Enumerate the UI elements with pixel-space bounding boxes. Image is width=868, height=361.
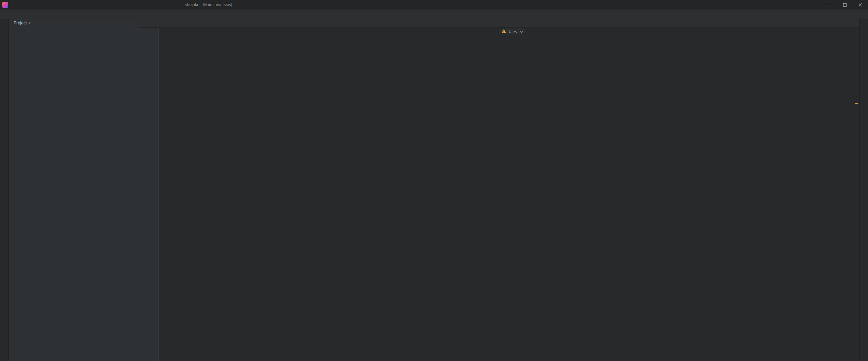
project-panel-title[interactable]: Project <box>14 21 27 25</box>
chevron-down-icon[interactable]: ▾ <box>29 21 31 25</box>
ide-window: shujuku - Main.java [ssw] Project ▾ 1 <box>0 0 868 361</box>
next-problem-button[interactable] <box>519 29 523 34</box>
window-title: shujuku - Main.java [ssw] <box>185 0 232 9</box>
right-margin-guide <box>459 28 459 361</box>
previous-problem-button[interactable] <box>513 29 517 34</box>
warning-stripe-mark[interactable] <box>855 103 858 104</box>
maximize-button[interactable] <box>837 0 852 9</box>
warn-icon <box>501 29 506 33</box>
close-button[interactable] <box>852 0 868 9</box>
project-tool-window: Project ▾ <box>9 19 139 361</box>
min-icon <box>827 3 831 7</box>
project-tree <box>9 27 139 361</box>
inspections-widget: 1 <box>499 28 526 35</box>
project-panel-header: Project ▾ <box>9 19 139 27</box>
right-tool-stripe <box>859 19 868 361</box>
minimize-button[interactable] <box>821 0 837 9</box>
editor-gutter <box>139 28 159 361</box>
warning-icon[interactable] <box>501 29 506 34</box>
editor-tab-bar <box>139 19 859 28</box>
chev-down-icon <box>519 31 523 33</box>
navigation-bar <box>0 9 868 19</box>
window-controls <box>821 0 868 9</box>
max-icon <box>843 3 847 7</box>
title-bar: shujuku - Main.java [ssw] <box>0 0 868 9</box>
editor[interactable]: 1 <box>139 28 859 361</box>
warning-count: 1 <box>509 29 511 34</box>
left-tool-stripe <box>0 19 9 361</box>
win-close-icon <box>859 3 862 7</box>
chev-up-icon <box>513 31 517 33</box>
intellij-logo-icon <box>2 2 8 8</box>
